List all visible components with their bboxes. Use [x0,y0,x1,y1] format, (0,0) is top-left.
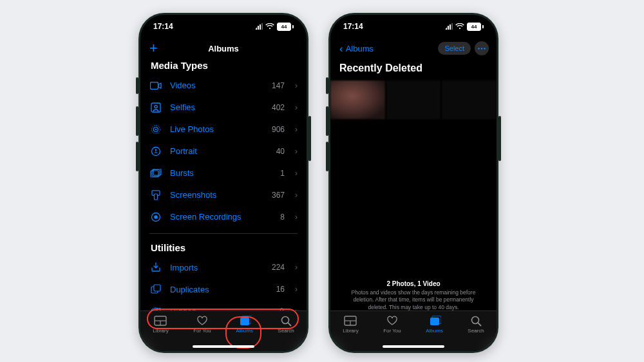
list-row-bursts[interactable]: Bursts 1 › [149,162,298,184]
svg-point-2 [155,105,157,108]
row-count: 402 [272,103,285,112]
svg-point-30 [481,48,482,49]
tab-for you[interactable]: For You [193,315,211,334]
selfies-icon [149,102,162,113]
svg-point-29 [478,48,479,49]
chevron-right-icon: › [295,213,298,222]
svg-line-28 [288,323,290,325]
status-time: 17:14 [153,22,173,31]
svg-line-39 [478,323,480,325]
status-time: 17:14 [343,22,363,31]
row-label: Screen Recordings [170,212,272,222]
row-count: 40 [276,147,285,156]
row-label: Screenshots [170,190,264,200]
duplicates-icon [149,284,162,294]
list-row-live photos[interactable]: Live Photos 906 › [149,119,298,140]
row-count: 16 [276,285,285,294]
phone-left: 17:14 44 + Albums Media Types Videos 147… [138,13,308,353]
back-button[interactable]: ‹ Albums [339,43,374,54]
more-button[interactable] [475,41,489,55]
home-indicator[interactable] [383,345,444,348]
svg-rect-12 [155,194,158,200]
svg-point-31 [484,48,485,49]
tab-albums[interactable]: Albums [426,315,443,334]
list-row-selfies[interactable]: Selfies 402 › [149,97,298,119]
wifi-icon [265,23,274,30]
tab-label: Search [278,328,294,334]
nav-title: Albums [208,44,239,53]
row-count: 1 [280,169,285,178]
albums-list[interactable]: Media Types Videos 147 › Selfies 402 › L… [140,59,307,310]
chevron-right-icon: › [295,169,298,178]
chevron-right-icon: › [295,147,298,156]
svg-point-14 [154,215,158,219]
tab-label: For You [383,328,401,334]
row-label: Videos [170,81,264,90]
tab-label: Library [343,328,358,334]
list-row-imports[interactable]: Imports 224 › [149,257,298,279]
deleted-thumb[interactable] [330,81,385,119]
tab-label: Albums [236,328,253,334]
deleted-thumb[interactable] [442,81,497,119]
nav-bar: + Albums [140,38,307,59]
row-count: 906 [272,125,285,134]
tab-icon [428,315,441,327]
tab-label: Library [153,328,168,334]
section-header-utilities: Utilities [151,242,298,253]
tab-for you[interactable]: For You [383,315,401,334]
tab-label: Albums [426,328,443,334]
tab-icon [344,315,357,327]
info-title: 2 Photos, 1 Video [343,280,484,287]
tab-icon [196,315,208,327]
battery-icon: 44 [277,23,294,31]
info-subtitle: Photos and videos show the days remainin… [343,289,484,311]
tab-library[interactable]: Library [153,315,168,334]
wifi-icon [455,23,464,30]
list-row-screen recordings[interactable]: Screen Recordings 8 › [149,206,298,228]
screenrec-icon [149,212,162,222]
live-icon [149,124,162,135]
chevron-left-icon: ‹ [339,43,343,54]
svg-rect-0 [151,82,158,89]
portrait-icon: f [149,146,162,157]
row-label: Duplicates [170,285,269,294]
tab-icon [386,315,398,327]
list-row-portrait[interactable]: f Portrait 40 › [149,140,298,162]
tab-label: Search [468,328,484,334]
tab-icon [281,315,292,327]
home-indicator[interactable] [193,345,254,348]
battery-icon: 44 [467,23,484,31]
chevron-right-icon: › [295,125,298,134]
imports-icon [149,262,162,272]
tab-albums[interactable]: Albums [236,315,253,334]
chevron-right-icon: › [295,263,298,272]
notch [378,15,449,32]
chevron-right-icon: › [295,103,298,112]
tab-search[interactable]: Search [468,315,484,334]
select-button[interactable]: Select [438,42,471,55]
deleted-thumb[interactable] [386,81,441,119]
deleted-grid[interactable] [330,81,497,119]
tab-icon [471,315,482,327]
add-button[interactable]: + [149,41,158,55]
tab-library[interactable]: Library [343,315,358,334]
row-label: Bursts [170,168,272,178]
chevron-right-icon: › [295,191,298,200]
notch [188,15,259,32]
tab-icon [238,315,251,327]
list-row-screenshots[interactable]: Screenshots 367 › [149,184,298,206]
list-row-hidden[interactable]: Hidden › [149,301,298,311]
ellipsis-icon [478,48,486,50]
svg-rect-25 [240,318,249,325]
info-footer: 2 Photos, 1 Video Photos and videos show… [330,280,497,311]
chevron-right-icon: › [295,285,298,294]
svg-rect-36 [430,318,439,325]
svg-rect-1 [151,103,160,112]
tab-search[interactable]: Search [278,315,294,334]
list-row-duplicates[interactable]: Duplicates 16 › [149,279,298,301]
list-row-videos[interactable]: Videos 147 › [149,75,298,97]
row-label: Selfies [170,102,264,112]
bursts-icon [149,169,162,178]
chevron-right-icon: › [295,81,298,90]
back-label: Albums [346,44,374,53]
